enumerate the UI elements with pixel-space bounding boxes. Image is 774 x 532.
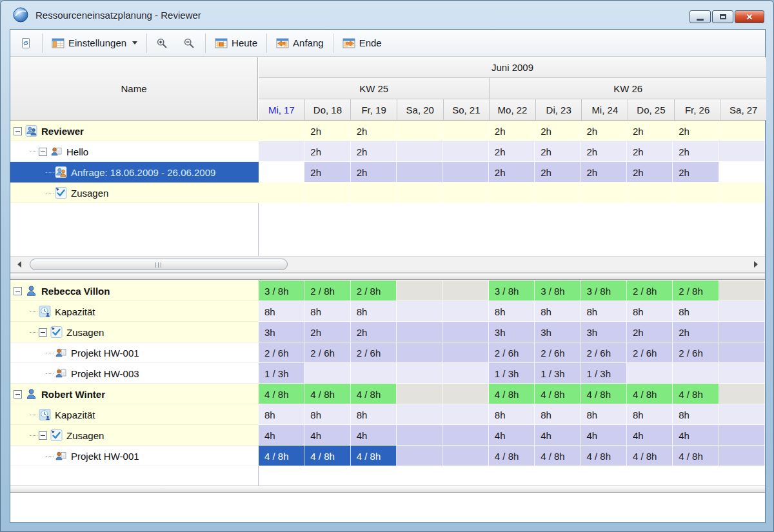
schedule-row[interactable]: Zusagen4h4h4h4h4h4h4h4h <box>10 425 765 446</box>
row-label-cell[interactable]: Reviewer <box>10 121 259 141</box>
day-cell[interactable]: 2h <box>535 141 580 162</box>
day-cell[interactable]: 2h <box>673 121 719 141</box>
day-cell[interactable]: 2h <box>581 162 627 182</box>
day-cell[interactable] <box>535 182 580 203</box>
day-cell[interactable] <box>397 182 442 203</box>
day-cell[interactable]: 4h <box>304 425 350 446</box>
row-label-cell[interactable]: Robert Winter <box>10 384 259 404</box>
day-cell[interactable]: 8h <box>259 404 304 425</box>
day-cell[interactable] <box>397 141 442 162</box>
day-cell[interactable]: 2h <box>304 162 350 182</box>
day-cell[interactable] <box>719 384 765 404</box>
schedule-row[interactable]: Kapazität8h8h8h8h8h8h8h8h <box>10 301 765 322</box>
day-cell[interactable] <box>489 182 535 203</box>
schedule-row[interactable]: Hello2h2h2h2h2h2h2h <box>10 141 765 162</box>
day-cell[interactable] <box>719 363 765 384</box>
day-cell[interactable] <box>442 342 488 363</box>
row-label-cell[interactable]: Hello <box>10 141 259 162</box>
day-cell[interactable]: 2h <box>304 121 350 141</box>
collapse-expander-icon[interactable] <box>14 390 22 399</box>
day-cell[interactable]: 2 / 6h <box>489 342 535 363</box>
scroll-right-arrow[interactable] <box>747 257 765 272</box>
day-cell[interactable]: 2h <box>489 141 535 162</box>
day-cell[interactable]: 8h <box>627 301 673 322</box>
day-cell[interactable]: 4h <box>535 425 580 446</box>
day-cell[interactable] <box>673 363 719 384</box>
day-cell[interactable]: 2 / 6h <box>581 342 627 363</box>
day-cell[interactable]: 8h <box>535 404 580 425</box>
day-cell[interactable]: 4h <box>351 425 397 446</box>
day-cell[interactable]: 4 / 8h <box>581 384 627 404</box>
day-cell[interactable] <box>719 281 765 301</box>
day-cell[interactable] <box>627 363 673 384</box>
day-cell[interactable] <box>719 342 765 363</box>
day-cell[interactable] <box>442 182 488 203</box>
day-cell[interactable]: 4 / 8h <box>535 446 580 466</box>
day-cell[interactable]: 4h <box>489 425 535 446</box>
day-cell[interactable]: 3h <box>581 322 627 342</box>
heute-button[interactable]: Heute <box>208 32 264 54</box>
day-cell[interactable]: 4h <box>581 425 627 446</box>
day-cell[interactable]: 4 / 8h <box>351 446 397 466</box>
day-cell[interactable]: 3 / 8h <box>581 281 627 301</box>
day-cell[interactable]: 1 / 3h <box>259 363 304 384</box>
day-cell[interactable]: 2h <box>673 141 719 162</box>
day-cell[interactable]: 2h <box>535 121 580 141</box>
schedule-row[interactable]: Zusagen <box>10 182 765 203</box>
row-label-cell[interactable]: Kapazität <box>10 404 259 425</box>
day-cell[interactable]: 1 / 3h <box>535 363 580 384</box>
day-cell[interactable] <box>397 342 442 363</box>
row-label-cell[interactable]: Zusagen <box>10 182 259 203</box>
day-cell[interactable]: 2 / 8h <box>627 281 673 301</box>
day-cell[interactable] <box>304 182 350 203</box>
day-cell[interactable] <box>397 121 442 141</box>
schedule-row[interactable]: Projekt HW-0012 / 6h2 / 6h2 / 6h2 / 6h2 … <box>10 342 765 363</box>
day-cell[interactable] <box>442 141 488 162</box>
minimize-button[interactable] <box>690 10 711 23</box>
day-cell[interactable]: 3 / 8h <box>259 281 304 301</box>
day-cell[interactable]: 8h <box>489 301 535 322</box>
row-label-cell[interactable]: Anfrage: 18.06.2009 - 26.06.2009 <box>10 162 259 182</box>
day-cell[interactable] <box>581 182 627 203</box>
day-cell[interactable] <box>351 182 397 203</box>
day-cell[interactable]: 8h <box>304 301 350 322</box>
day-cell[interactable] <box>397 446 442 466</box>
collapse-expander-icon[interactable] <box>39 328 47 337</box>
day-cell[interactable]: 4h <box>673 425 719 446</box>
anfang-button[interactable]: Anfang <box>269 32 331 54</box>
collapse-expander-icon[interactable] <box>39 431 47 440</box>
row-label-cell[interactable]: Projekt HW-003 <box>10 363 259 384</box>
day-cell[interactable]: 1 / 3h <box>489 363 535 384</box>
zoom-in-button[interactable] <box>149 32 176 54</box>
day-cell[interactable]: 2h <box>627 141 673 162</box>
day-cell[interactable]: 8h <box>535 301 580 322</box>
day-cell[interactable] <box>719 425 765 446</box>
collapse-expander-icon[interactable] <box>14 127 22 135</box>
close-button[interactable]: ✕ <box>735 10 764 23</box>
schedule-row[interactable]: Projekt HW-0014 / 8h4 / 8h4 / 8h4 / 8h4 … <box>10 446 765 466</box>
day-cell[interactable]: 8h <box>627 404 673 425</box>
day-cell[interactable]: 8h <box>351 301 397 322</box>
schedule-row[interactable]: Robert Winter4 / 8h4 / 8h4 / 8h4 / 8h4 /… <box>10 384 765 404</box>
schedule-row[interactable]: Rebecca Villon3 / 8h2 / 8h2 / 8h3 / 8h3 … <box>10 281 765 301</box>
day-cell[interactable] <box>719 141 765 162</box>
day-cell[interactable]: 4 / 8h <box>627 384 673 404</box>
day-cell[interactable]: 8h <box>673 404 719 425</box>
day-cell[interactable]: 2 / 6h <box>673 342 719 363</box>
day-cell[interactable]: 8h <box>489 404 535 425</box>
day-cell[interactable] <box>442 301 488 322</box>
day-cell[interactable]: 4h <box>627 425 673 446</box>
day-cell[interactable] <box>719 301 765 322</box>
day-cell[interactable]: 4 / 8h <box>304 446 350 466</box>
day-cell[interactable]: 2 / 8h <box>304 281 350 301</box>
day-cell[interactable]: 4 / 8h <box>627 446 673 466</box>
row-label-cell[interactable]: Projekt HW-001 <box>10 446 259 466</box>
day-cell[interactable]: 2h <box>581 141 627 162</box>
day-cell[interactable] <box>397 425 442 446</box>
row-label-cell[interactable]: Kapazität <box>10 301 259 322</box>
ende-button[interactable]: Ende <box>335 32 389 54</box>
day-cell[interactable]: 2h <box>489 121 535 141</box>
day-cell[interactable]: 4 / 8h <box>581 446 627 466</box>
row-label-cell[interactable]: Zusagen <box>10 425 259 446</box>
day-cell[interactable]: 4 / 8h <box>489 446 535 466</box>
